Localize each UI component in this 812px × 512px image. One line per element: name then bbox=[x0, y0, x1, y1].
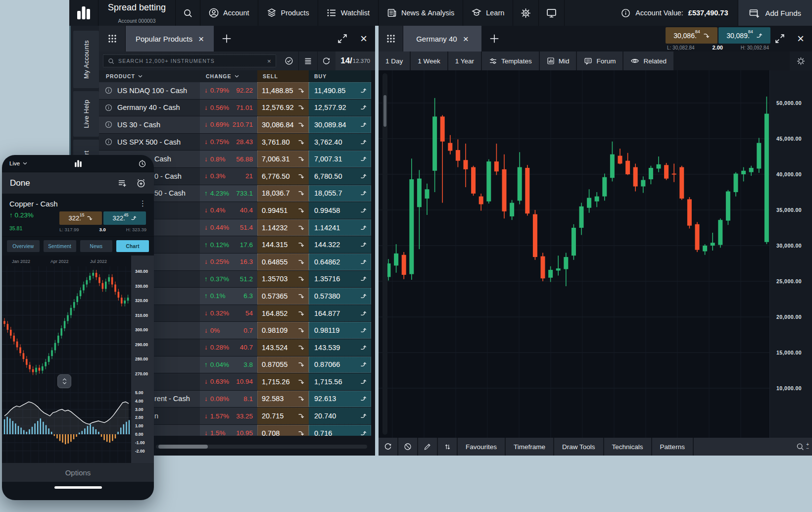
buy-cell[interactable]: 20.740 bbox=[309, 408, 371, 424]
product-cell[interactable]: US 30 - Cash bbox=[99, 116, 200, 133]
buy-cell[interactable]: 12,577.92 bbox=[309, 100, 371, 116]
table-row[interactable]: US SPX 500 - Cash↓0.75%28.433,761.803,76… bbox=[99, 134, 375, 151]
column-header-product[interactable]: PRODUCT bbox=[99, 70, 200, 82]
column-header-change[interactable]: CHANGE bbox=[200, 70, 257, 82]
technicals-button[interactable]: Technicals bbox=[604, 438, 651, 456]
draw-button[interactable] bbox=[418, 438, 437, 456]
table-row[interactable]: US 30 - Cash↓0.69%210.7130,086.8430,089.… bbox=[99, 116, 375, 133]
column-header-buy[interactable]: BUY bbox=[309, 70, 371, 82]
tab-sentiment[interactable]: Sentiment bbox=[44, 240, 76, 252]
sell-cell[interactable]: 1.35703 bbox=[257, 271, 309, 288]
sell-cell[interactable]: 3,761.80 bbox=[257, 134, 309, 151]
buy-cell[interactable]: 1.14241 bbox=[309, 219, 371, 236]
add-to-watchlist-button[interactable] bbox=[117, 178, 127, 188]
sell-cell[interactable]: 0.98109 bbox=[257, 322, 309, 339]
nav-watchlist[interactable]: Watchlist bbox=[318, 0, 378, 26]
screen-layout-button[interactable] bbox=[538, 0, 564, 26]
expand-panel-button[interactable] bbox=[770, 26, 789, 51]
buy-cell[interactable]: 0.64862 bbox=[309, 254, 371, 270]
chart-splitter-button[interactable] bbox=[57, 374, 71, 388]
table-row[interactable]: US NDAQ 100 - Cash↓0.79%92.2211,488.8511… bbox=[99, 82, 375, 99]
buy-cell[interactable]: 11,490.85 bbox=[309, 82, 371, 99]
sell-cell[interactable]: 0.87055 bbox=[257, 357, 309, 373]
nav-account[interactable]: Account bbox=[200, 0, 257, 26]
list-view-button[interactable] bbox=[298, 51, 317, 70]
sell-cell[interactable]: 30,086.84 bbox=[257, 116, 309, 133]
sell-price-button[interactable]: 30,086.84 bbox=[666, 27, 717, 44]
tab-germany-40[interactable]: Germany 40 × bbox=[403, 26, 481, 51]
done-button[interactable]: Done bbox=[10, 178, 30, 188]
sidebar-tab-my-accounts[interactable]: My Accounts bbox=[73, 31, 99, 88]
kebab-menu-icon[interactable]: ⋮ bbox=[139, 199, 146, 208]
sell-cell[interactable]: 11,488.85 bbox=[257, 82, 309, 99]
product-cell[interactable]: Germany 40 - Cash bbox=[99, 100, 200, 116]
options-bar[interactable]: Options bbox=[2, 463, 154, 482]
phone-chart-area[interactable]: Jan 2022Apr 2022Jul 2022 340.00330.00320… bbox=[2, 256, 154, 463]
buy-price-button[interactable]: 322.45 bbox=[103, 211, 146, 225]
sell-cell[interactable]: 12,576.92 bbox=[257, 100, 309, 116]
draw-tools-button[interactable]: Draw Tools bbox=[554, 438, 603, 456]
templates-button[interactable]: Templates bbox=[482, 51, 539, 70]
timeframe-1week-button[interactable]: 1 Week bbox=[411, 51, 447, 70]
sidebar-tab-live-help[interactable]: Live Help bbox=[73, 91, 99, 137]
sell-cell[interactable]: 20.715 bbox=[257, 408, 309, 424]
product-cell[interactable]: US SPX 500 - Cash bbox=[99, 134, 200, 151]
buy-cell[interactable]: 143.539 bbox=[309, 339, 371, 356]
buy-cell[interactable]: 6,780.50 bbox=[309, 168, 371, 185]
tab-close-icon[interactable]: × bbox=[463, 34, 469, 44]
sell-cell[interactable]: 164.852 bbox=[257, 305, 309, 322]
sell-cell[interactable]: 144.315 bbox=[257, 236, 309, 253]
sell-cell[interactable]: 6,776.50 bbox=[257, 168, 309, 185]
account-value[interactable]: Account Value: £537,490.73 bbox=[611, 0, 738, 26]
sell-cell[interactable]: 0.57365 bbox=[257, 288, 309, 305]
nav-products[interactable]: Products bbox=[258, 0, 318, 26]
product-cell[interactable]: US NDAQ 100 - Cash bbox=[99, 82, 200, 99]
nav-learn[interactable]: Learn bbox=[463, 0, 513, 26]
buy-cell[interactable]: 18,055.7 bbox=[309, 185, 371, 202]
disable-tool-button[interactable] bbox=[398, 438, 417, 456]
settings-button[interactable] bbox=[513, 0, 538, 26]
apps-grid-button[interactable] bbox=[379, 26, 403, 51]
sell-cell[interactable]: 7,006.31 bbox=[257, 151, 309, 167]
column-header-sell[interactable]: SELL bbox=[257, 70, 309, 82]
mid-price-button[interactable]: Mid bbox=[540, 51, 576, 70]
patterns-button[interactable]: Patterns bbox=[652, 438, 693, 456]
reset-chart-button[interactable] bbox=[379, 438, 397, 456]
refresh-button[interactable] bbox=[317, 51, 336, 70]
instrument-search-input[interactable]: SEARCH 12,000+ INSTRUMENTS × bbox=[103, 54, 276, 67]
add-funds-button[interactable]: Add Funds bbox=[738, 0, 812, 26]
buy-cell[interactable]: 0.87066 bbox=[309, 357, 371, 373]
sell-cell[interactable]: 92.583 bbox=[257, 391, 309, 408]
add-tab-button[interactable] bbox=[481, 26, 507, 51]
scrollbar-handle[interactable] bbox=[383, 95, 386, 127]
tab-overview[interactable]: Overview bbox=[7, 240, 40, 252]
buy-cell[interactable]: 0.98119 bbox=[309, 322, 371, 339]
brand-logo[interactable] bbox=[69, 0, 98, 26]
timeframe-1year-button[interactable]: 1 Year bbox=[448, 51, 481, 70]
buy-cell[interactable]: 30,089.84 bbox=[309, 116, 371, 133]
sell-cell[interactable]: 1,715.26 bbox=[257, 373, 309, 390]
buy-cell[interactable]: 1,715.56 bbox=[309, 373, 371, 390]
favourites-button[interactable]: Favourites bbox=[458, 438, 505, 456]
candlestick-chart-area[interactable]: 50,000.0045,000.0040,000.0035,000.0030,0… bbox=[379, 70, 812, 438]
timeframe-button[interactable]: Timeframe bbox=[506, 438, 553, 456]
sort-updown-button[interactable] bbox=[438, 438, 457, 456]
table-row[interactable]: Germany 40 - Cash↓0.56%71.0112,576.9212,… bbox=[99, 100, 375, 116]
buy-cell[interactable]: 1.35716 bbox=[309, 271, 371, 288]
buy-cell[interactable]: 7,007.31 bbox=[309, 151, 371, 167]
scrollbar-handle[interactable] bbox=[158, 445, 208, 449]
add-tab-button[interactable] bbox=[214, 26, 239, 51]
horizontal-scrollbar[interactable] bbox=[156, 445, 367, 449]
buy-cell[interactable]: 164.877 bbox=[309, 305, 371, 322]
clear-search-icon[interactable]: × bbox=[267, 57, 271, 65]
apps-grid-button[interactable] bbox=[99, 26, 126, 51]
buy-cell[interactable]: 144.322 bbox=[309, 236, 371, 253]
buy-cell[interactable]: 92.613 bbox=[309, 391, 371, 408]
sell-cell[interactable]: 18,036.7 bbox=[257, 185, 309, 202]
chart-settings-button[interactable] bbox=[790, 51, 812, 70]
tab-close-icon[interactable]: × bbox=[198, 34, 204, 44]
buy-cell[interactable]: 0.57380 bbox=[309, 288, 371, 305]
nav-news[interactable]: News & Analysis bbox=[378, 0, 463, 26]
buy-cell[interactable]: 0.99458 bbox=[309, 202, 371, 219]
sell-cell[interactable]: 1.14232 bbox=[257, 219, 309, 236]
